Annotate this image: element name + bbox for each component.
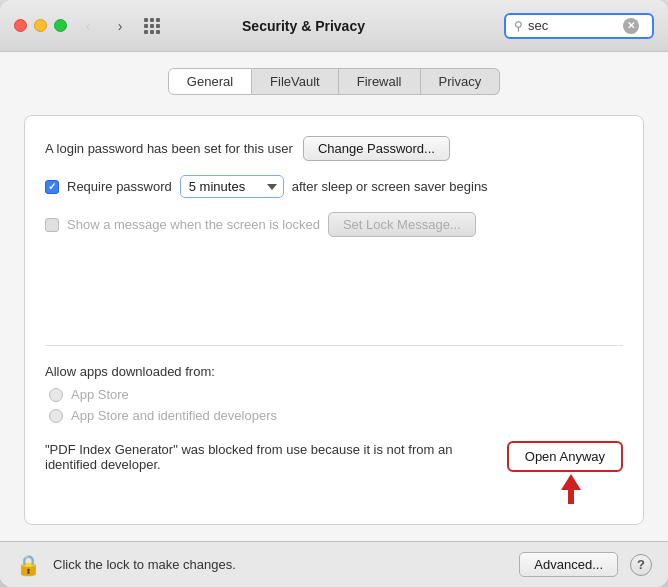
panel-divider <box>45 345 623 346</box>
arrow-up-icon <box>561 474 581 490</box>
search-clear-button[interactable]: ✕ <box>623 18 639 34</box>
settings-panel: A login password has been set for this u… <box>24 115 644 525</box>
search-input[interactable] <box>528 18 618 33</box>
titlebar: ‹ › Security & Privacy ⚲ ✕ <box>0 0 668 52</box>
search-icon: ⚲ <box>514 19 523 33</box>
lock-message-checkbox[interactable] <box>45 218 59 232</box>
fullscreen-button[interactable] <box>54 19 67 32</box>
require-password-row: Require password 5 minutes immediately 5… <box>45 175 623 198</box>
login-password-row: A login password has been set for this u… <box>45 136 623 161</box>
radio-app-store-label: App Store <box>71 387 129 402</box>
set-lock-message-button: Set Lock Message... <box>328 212 476 237</box>
radio-app-store-button[interactable] <box>49 388 63 402</box>
minimize-button[interactable] <box>34 19 47 32</box>
lock-icon[interactable]: 🔒 <box>16 553 41 577</box>
lock-message-row: Show a message when the screen is locked… <box>45 212 623 237</box>
content: General FileVault Firewall Privacy A log… <box>0 52 668 541</box>
blocked-row: "PDF Index Generator" was blocked from u… <box>45 441 623 472</box>
require-password-label-before: Require password <box>67 179 172 194</box>
require-password-label-after: after sleep or screen saver begins <box>292 179 488 194</box>
tab-firewall[interactable]: Firewall <box>339 68 421 95</box>
window-title: Security & Privacy <box>113 18 494 34</box>
tab-filevault[interactable]: FileVault <box>252 68 339 95</box>
radio-identified-devs-label: App Store and identified developers <box>71 408 277 423</box>
traffic-lights <box>14 19 67 32</box>
login-password-text: A login password has been set for this u… <box>45 141 293 156</box>
require-password-checkbox[interactable] <box>45 180 59 194</box>
close-button[interactable] <box>14 19 27 32</box>
tab-general[interactable]: General <box>168 68 252 95</box>
search-box[interactable]: ⚲ ✕ <box>504 13 654 39</box>
bottombar: 🔒 Click the lock to make changes. Advanc… <box>0 541 668 587</box>
arrow-indicator <box>45 474 623 504</box>
radio-app-store[interactable]: App Store <box>49 387 623 402</box>
advanced-button[interactable]: Advanced... <box>519 552 618 577</box>
tabs-bar: General FileVault Firewall Privacy <box>24 68 644 95</box>
password-delay-dropdown[interactable]: 5 minutes immediately 5 seconds 1 minute… <box>180 175 284 198</box>
help-button[interactable]: ? <box>630 554 652 576</box>
change-password-button[interactable]: Change Password... <box>303 136 450 161</box>
allow-apps-label: Allow apps downloaded from: <box>45 364 623 379</box>
window: ‹ › Security & Privacy ⚲ ✕ General FileV… <box>0 0 668 587</box>
radio-identified-devs-button[interactable] <box>49 409 63 423</box>
blocked-section: "PDF Index Generator" was blocked from u… <box>45 437 623 504</box>
lock-message-label: Show a message when the screen is locked <box>67 217 320 232</box>
back-button[interactable]: ‹ <box>77 15 99 37</box>
lock-label: Click the lock to make changes. <box>53 557 507 572</box>
arrow-shaft <box>568 490 574 504</box>
tab-privacy[interactable]: Privacy <box>421 68 501 95</box>
open-anyway-button[interactable]: Open Anyway <box>507 441 623 472</box>
allow-apps-section: Allow apps downloaded from: App Store Ap… <box>45 364 623 423</box>
blocked-text: "PDF Index Generator" was blocked from u… <box>45 442 491 472</box>
radio-identified-devs[interactable]: App Store and identified developers <box>49 408 623 423</box>
